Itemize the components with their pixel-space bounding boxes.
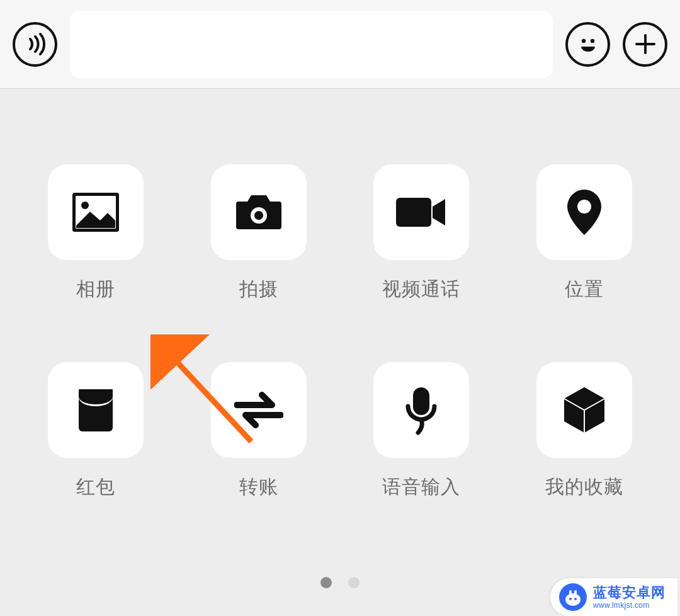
page-indicator[interactable] (320, 577, 360, 588)
tile-redpacket-label: 红包 (76, 474, 115, 500)
tile-redpacket[interactable]: 红包 (48, 362, 144, 500)
tile-videocall[interactable]: 视频通话 (373, 164, 469, 302)
svg-point-14 (569, 598, 572, 600)
tile-location-label: 位置 (565, 277, 604, 302)
message-input[interactable] (70, 11, 553, 78)
svg-point-5 (81, 202, 89, 209)
voice-toggle-button[interactable] (13, 22, 57, 67)
emoji-button[interactable] (565, 22, 610, 67)
tile-album-label: 相册 (76, 277, 115, 302)
attachments-grid: 相册 拍摄 (44, 164, 636, 500)
svg-point-15 (574, 598, 577, 600)
tile-redpacket-box (48, 362, 144, 458)
svg-point-0 (582, 40, 584, 42)
attachments-panel: 相册 拍摄 (0, 89, 680, 616)
svg-rect-8 (396, 198, 431, 227)
tile-location[interactable]: 位置 (536, 164, 632, 302)
location-icon (566, 188, 603, 236)
tile-shoot-box (211, 164, 307, 260)
tile-favorites[interactable]: 我的收藏 (536, 362, 632, 500)
chat-input-bar (0, 0, 680, 89)
page-dot-1[interactable] (320, 577, 332, 588)
attachments-toggle-button[interactable] (623, 22, 667, 67)
watermark-logo-icon (559, 583, 587, 611)
watermark-url: www.lmkjst.com (593, 602, 666, 609)
video-icon (395, 195, 448, 229)
image-icon (72, 193, 119, 232)
tile-videocall-label: 视频通话 (382, 277, 460, 302)
svg-point-7 (254, 211, 263, 220)
tile-shoot-label: 拍摄 (239, 277, 278, 302)
envelope-icon (77, 387, 115, 433)
tile-voicein-box (373, 362, 469, 458)
tile-voicein[interactable]: 语音输入 (373, 362, 469, 500)
watermark-title: 蓝莓安卓网 (593, 586, 666, 600)
emoji-icon (574, 30, 602, 58)
plus-icon (632, 30, 659, 58)
voice-icon (21, 30, 49, 58)
tile-transfer[interactable]: 转账 (211, 362, 307, 500)
svg-rect-12 (569, 590, 572, 595)
transfer-icon (234, 391, 283, 429)
watermark: 蓝莓安卓网 www.lmkjst.com (550, 578, 677, 616)
tile-album-box (48, 164, 144, 260)
svg-rect-13 (574, 590, 577, 595)
cube-icon (562, 385, 607, 435)
tile-favorites-label: 我的收藏 (545, 474, 623, 500)
tile-favorites-box (536, 362, 632, 458)
tile-voicein-label: 语音输入 (382, 474, 460, 500)
tile-transfer-box (211, 362, 307, 458)
tile-shoot[interactable]: 拍摄 (211, 164, 307, 302)
svg-point-9 (577, 200, 591, 214)
tile-location-box (536, 164, 632, 260)
tile-videocall-box (373, 164, 469, 260)
mic-icon (403, 385, 439, 435)
page-dot-2[interactable] (348, 577, 360, 588)
tile-transfer-label: 转账 (239, 474, 278, 500)
tile-album[interactable]: 相册 (48, 164, 144, 302)
svg-point-1 (591, 40, 592, 42)
camera-icon (235, 193, 283, 232)
